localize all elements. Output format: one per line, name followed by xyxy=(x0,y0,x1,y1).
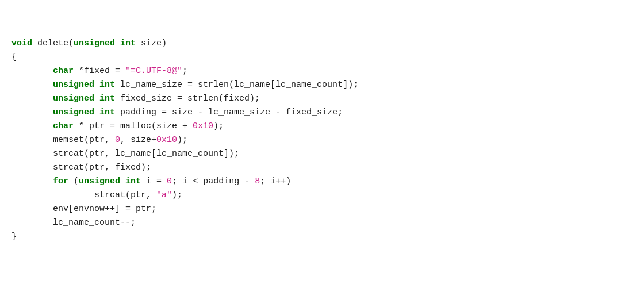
code-token-plain: ; i < padding - xyxy=(172,176,255,186)
code-line: { xyxy=(12,51,632,64)
code-token-plain: strcat(ptr, lc_name[lc_name_count]); xyxy=(53,149,239,159)
code-token-num: 8 xyxy=(255,176,260,186)
code-token-num: 0x10 xyxy=(156,135,177,145)
indent xyxy=(12,94,53,103)
code-token-plain xyxy=(94,80,99,90)
indent xyxy=(12,204,53,214)
code-line: for (unsigned int i = 0; i < padding - 8… xyxy=(12,175,632,189)
code-line: void delete(unsigned int size) xyxy=(12,37,632,51)
code-token-kw: char xyxy=(53,66,74,76)
code-token-plain: ; xyxy=(182,66,187,76)
indent xyxy=(12,190,94,200)
indent xyxy=(12,176,53,186)
code-token-plain: , size+ xyxy=(120,135,156,145)
code-token-type: int xyxy=(125,176,141,186)
code-line: memset(ptr, 0, size+0x10); xyxy=(12,133,632,147)
code-container: void delete(unsigned int size){ char *fi… xyxy=(12,9,632,244)
code-token-plain xyxy=(94,94,99,103)
code-token-plain: lc_name_size = strlen(lc_name[lc_name_co… xyxy=(115,80,358,90)
indent xyxy=(12,163,53,172)
code-token-plain xyxy=(94,107,99,117)
code-token-str: "a" xyxy=(156,190,172,200)
code-line: unsigned int fixed_size = strlen(fixed); xyxy=(12,92,632,106)
code-token-num: 0 xyxy=(167,176,172,186)
code-token-plain: * ptr = malloc(size + xyxy=(74,121,193,131)
indent xyxy=(12,218,53,228)
code-token-plain: padding = size - lc_name_size - fixed_si… xyxy=(115,107,343,117)
indent xyxy=(12,121,53,131)
code-token-plain: strcat(ptr, fixed); xyxy=(53,163,151,172)
code-token-type: int xyxy=(99,107,115,117)
code-token-kw: void xyxy=(12,39,32,48)
code-token-num: 0 xyxy=(115,135,120,145)
code-token-plain: *fixed = xyxy=(74,66,125,76)
indent xyxy=(12,135,53,145)
code-token-plain: } xyxy=(12,232,17,241)
code-token-plain: delete( xyxy=(32,39,74,48)
code-token-kw: unsigned xyxy=(74,39,115,48)
code-token-plain: i = xyxy=(141,176,167,186)
indent xyxy=(12,149,53,159)
code-line: char * ptr = malloc(size + 0x10); xyxy=(12,120,632,133)
code-line: strcat(ptr, fixed); xyxy=(12,161,632,175)
indent xyxy=(12,107,53,117)
code-token-plain: ); xyxy=(213,121,224,131)
code-line: char *fixed = "=C.UTF-8@"; xyxy=(12,64,632,78)
indent xyxy=(12,66,53,76)
code-token-kw: unsigned xyxy=(79,176,120,186)
code-line: lc_name_count--; xyxy=(12,216,632,230)
code-token-num: 0x10 xyxy=(193,121,213,131)
code-token-type: int xyxy=(99,80,115,90)
code-line: } xyxy=(12,230,632,244)
code-token-kw: unsigned xyxy=(53,107,94,117)
code-token-plain: lc_name_count--; xyxy=(53,218,136,228)
code-line: env[envnow++] = ptr; xyxy=(12,202,632,216)
code-line: unsigned int padding = size - lc_name_si… xyxy=(12,106,632,120)
code-token-plain: strcat(ptr, xyxy=(94,190,156,200)
code-token-plain: fixed_size = strlen(fixed); xyxy=(115,94,260,103)
code-token-plain xyxy=(120,176,125,186)
code-token-kw: for xyxy=(53,176,68,186)
code-token-plain: size) xyxy=(136,39,167,48)
code-token-kw: unsigned xyxy=(53,94,94,103)
code-token-plain: ( xyxy=(68,176,79,186)
code-line: strcat(ptr, lc_name[lc_name_count]); xyxy=(12,147,632,161)
code-token-type: int xyxy=(120,39,136,48)
code-token-kw: unsigned xyxy=(53,80,94,90)
code-line: strcat(ptr, "a"); xyxy=(12,189,632,202)
code-token-plain: ); xyxy=(172,190,182,200)
indent xyxy=(12,80,53,90)
code-token-type: int xyxy=(99,94,115,103)
code-token-plain: { xyxy=(12,52,17,62)
code-token-plain: ; i++) xyxy=(260,176,291,186)
code-token-str: "=C.UTF-8@" xyxy=(125,66,182,76)
code-token-plain: memset(ptr, xyxy=(53,135,115,145)
code-token-kw: char xyxy=(53,121,74,131)
code-token-plain: env[envnow++] = ptr; xyxy=(53,204,156,214)
code-token-plain xyxy=(115,39,120,48)
code-line: unsigned int lc_name_size = strlen(lc_na… xyxy=(12,78,632,92)
code-token-plain: ); xyxy=(177,135,187,145)
